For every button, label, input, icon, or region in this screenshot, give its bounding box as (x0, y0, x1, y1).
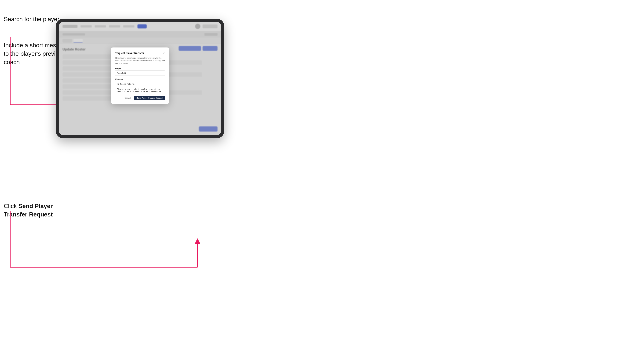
modal-description: If the player is transferring from anoth… (115, 57, 165, 65)
cancel-button[interactable]: Cancel (122, 96, 133, 100)
tablet-screen: Update Roster (59, 22, 221, 135)
modal-header: Request player transfer ✕ (115, 51, 165, 55)
send-transfer-button[interactable]: Send Player Transfer Request (134, 96, 165, 100)
modal-close-button[interactable]: ✕ (162, 51, 165, 55)
svg-marker-6 (195, 238, 200, 244)
player-label: Player (115, 67, 165, 70)
message-label: Message (115, 78, 165, 80)
modal-title: Request player transfer (115, 52, 144, 55)
message-textarea[interactable]: Hi Coach McHarg, Please accept this tran… (115, 81, 165, 92)
modal-overlay: Request player transfer ✕ If the player … (59, 22, 221, 135)
modal-footer: Cancel Send Player Transfer Request (115, 96, 165, 100)
player-input[interactable] (115, 70, 165, 76)
tablet-device: Update Roster (56, 19, 224, 138)
annotation-click-text: Click Send Player Transfer Request (4, 202, 64, 219)
request-transfer-modal: Request player transfer ✕ If the player … (111, 47, 169, 104)
annotation-search-text: Search for the player. (4, 15, 61, 23)
